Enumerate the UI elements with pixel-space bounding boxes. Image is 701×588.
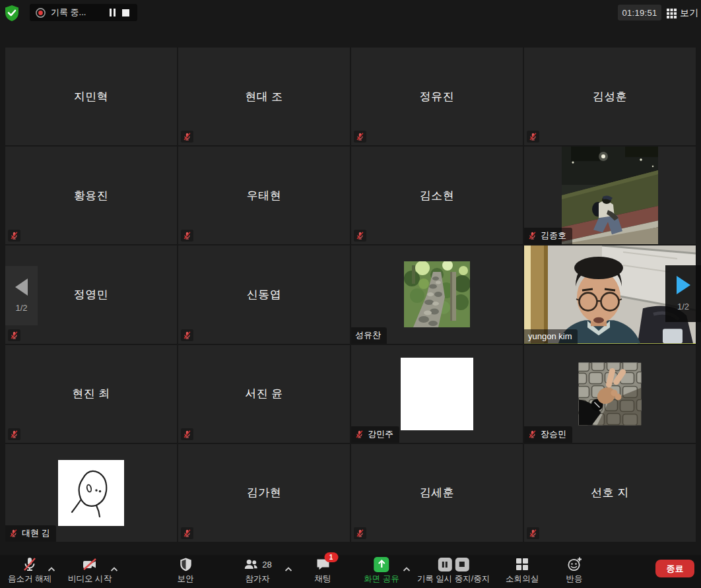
participant-name: 우태현	[178, 147, 350, 244]
participant-name: 김소현	[351, 147, 523, 244]
pause-recording-icon[interactable]	[106, 6, 119, 19]
audio-options-chevron[interactable]	[48, 562, 55, 574]
participant-name: 현진 최	[5, 345, 177, 443]
participant-tile[interactable]: 김세훈	[351, 444, 523, 542]
unmute-label: 음소거 해제	[8, 575, 51, 583]
participant-name-label: 김종호	[524, 228, 572, 244]
breakout-rooms-icon	[515, 556, 529, 572]
participant-tile[interactable]: 김소현	[351, 147, 523, 244]
participant-tile[interactable]: 선호 지	[524, 444, 696, 542]
participant-name-label: 대현 김	[5, 525, 56, 542]
participant-name: 대현 김	[22, 527, 50, 539]
start-video-label: 비디오 시작	[68, 575, 112, 583]
camera-muted-icon	[82, 556, 98, 572]
gallery-prev-page-button[interactable]: 1/2	[5, 266, 38, 325]
page-indicator: 1/2	[677, 302, 689, 311]
participant-tile[interactable]: 황용진	[5, 147, 177, 244]
participants-options-chevron[interactable]	[285, 562, 292, 574]
nav-prev-icon	[15, 278, 28, 296]
mic-muted-icon	[181, 230, 193, 242]
breakout-rooms-label: 소회의실	[506, 575, 539, 583]
page-indicator: 1/2	[15, 303, 27, 313]
participant-name-label: 장승민	[524, 426, 572, 443]
security-label: 보안	[178, 575, 194, 583]
mic-muted-icon	[8, 329, 20, 341]
participants-button[interactable]: 28 참가자	[243, 556, 271, 583]
mic-muted-icon	[527, 527, 539, 539]
chat-label: 채팅	[315, 575, 331, 583]
grid-view-icon	[667, 9, 677, 18]
participant-name: 김성훈	[524, 48, 696, 145]
end-meeting-button[interactable]: 종료	[655, 560, 694, 577]
share-screen-button[interactable]: 화면 공유	[364, 556, 399, 583]
chat-unread-badge: 1	[324, 552, 338, 562]
record-indicator-icon	[35, 7, 46, 18]
participant-name: 정유진	[351, 48, 523, 145]
participant-name: 현대 조	[178, 48, 350, 145]
mic-muted-icon	[181, 428, 193, 440]
share-options-chevron[interactable]	[403, 562, 411, 574]
pause-recording-toolbar-icon[interactable]	[438, 558, 451, 572]
participant-name: 지민혁	[5, 48, 177, 145]
participant-tile[interactable]: 김성훈	[524, 48, 696, 145]
mic-muted-icon	[355, 430, 364, 439]
participant-avatar	[401, 358, 473, 430]
reactions-button[interactable]: 반응	[566, 556, 583, 583]
participant-name: 김세훈	[351, 444, 523, 542]
view-button[interactable]: 보기	[667, 6, 698, 20]
nav-next-icon	[677, 276, 690, 294]
participant-avatar	[58, 460, 124, 526]
mic-muted-icon	[9, 529, 18, 538]
participants-label: 참가자	[245, 575, 270, 583]
participant-avatar	[579, 362, 642, 425]
recording-status-pill: 기록 중...	[30, 4, 137, 21]
reactions-label: 반응	[566, 575, 583, 583]
participant-video	[562, 147, 658, 244]
participant-tile[interactable]: 대현 김	[5, 444, 177, 542]
share-screen-icon	[374, 557, 389, 572]
participant-tile[interactable]: 성유찬	[351, 245, 523, 343]
meeting-security-shield-icon[interactable]	[4, 5, 20, 22]
recording-controls[interactable]: 기록 일시 중지/중지	[417, 556, 490, 583]
stop-recording-toolbar-icon[interactable]	[455, 558, 469, 572]
gallery-next-page-button[interactable]: 1/2	[665, 265, 701, 322]
gallery-grid: 지민혁현대 조정유진김성훈황용진우태현김소현김종호정영민신동엽성유찬yungon…	[5, 48, 696, 542]
mic-muted-icon	[8, 230, 20, 242]
participant-tile[interactable]: 현진 최	[5, 345, 177, 443]
chat-button[interactable]: 1 채팅	[315, 556, 331, 583]
participant-tile[interactable]: 서진 윤	[178, 345, 350, 443]
video-options-chevron[interactable]	[111, 562, 118, 574]
participant-name-label: 성유찬	[351, 327, 387, 344]
participant-tile[interactable]: 지민혁	[5, 48, 177, 145]
participant-tile[interactable]: 정유진	[351, 48, 523, 145]
mic-muted-icon	[528, 231, 537, 240]
unmute-button[interactable]: 음소거 해제	[8, 556, 51, 583]
recording-controls-label: 기록 일시 중지/중지	[417, 575, 490, 583]
participant-tile[interactable]: 김가현	[178, 444, 350, 542]
mic-muted-icon	[527, 131, 539, 143]
participant-name: yungon kim	[528, 331, 572, 341]
participant-tile[interactable]: 김종호	[524, 147, 696, 244]
participant-name: 서진 윤	[178, 345, 350, 443]
participant-name: 강민주	[368, 428, 393, 440]
participant-tile[interactable]: 강민주	[351, 345, 523, 443]
participant-name-label: 강민주	[351, 426, 399, 443]
breakout-rooms-button[interactable]: 소회의실	[506, 556, 539, 583]
participant-avatar	[404, 261, 470, 327]
participant-tile[interactable]: 현대 조	[178, 48, 350, 145]
participant-name: 장승민	[541, 428, 566, 440]
participants-icon	[243, 556, 259, 572]
mic-muted-icon	[354, 527, 366, 539]
security-button[interactable]: 보안	[178, 556, 194, 583]
participant-name: 신동엽	[178, 245, 350, 343]
participant-tile[interactable]: 우태현	[178, 147, 350, 244]
participants-count: 28	[262, 560, 271, 570]
reactions-icon	[566, 556, 582, 572]
start-video-button[interactable]: 비디오 시작	[68, 556, 112, 583]
meeting-timer: 01:19:51	[618, 5, 661, 20]
mic-muted-icon	[181, 527, 193, 539]
stop-recording-icon[interactable]	[119, 6, 132, 19]
participant-tile[interactable]: 신동엽	[178, 245, 350, 343]
participant-tile[interactable]: 장승민	[524, 345, 696, 443]
participant-name: 황용진	[5, 147, 177, 244]
